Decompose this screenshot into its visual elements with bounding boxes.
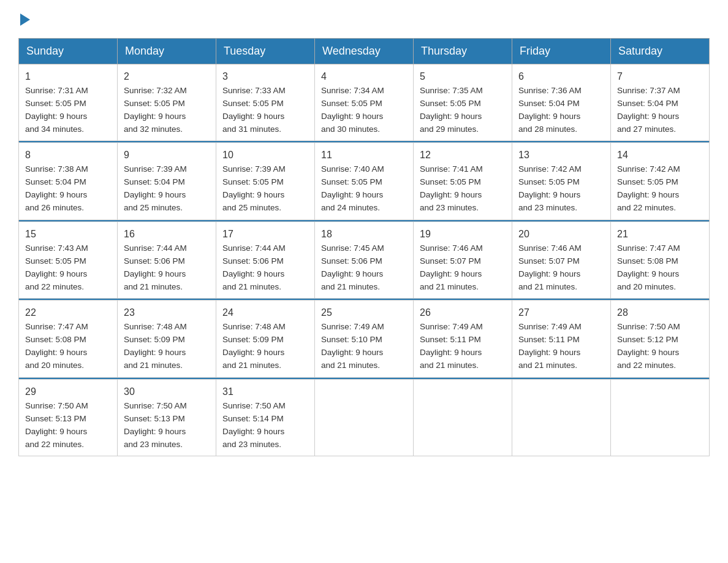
day-number: 29 <box>25 385 111 400</box>
daylight-minutes: and 25 minutes. <box>222 203 281 212</box>
sunset-label: Sunset: 5:05 PM <box>25 99 86 108</box>
sunrise-label: Sunrise: 7:49 AM <box>420 322 483 331</box>
calendar-cell: 12 Sunrise: 7:41 AM Sunset: 5:05 PM Dayl… <box>414 143 512 220</box>
day-number: 23 <box>124 305 210 321</box>
week-row: 22 Sunrise: 7:47 AM Sunset: 5:08 PM Dayl… <box>19 301 710 377</box>
sunset-label: Sunset: 5:07 PM <box>420 256 481 266</box>
day-header-monday: Monday <box>118 39 216 64</box>
daylight-label: Daylight: 9 hours <box>25 348 87 357</box>
daylight-label: Daylight: 9 hours <box>420 269 482 278</box>
calendar-table: SundayMondayTuesdayWednesdayThursdayFrid… <box>18 38 710 456</box>
daylight-label: Daylight: 9 hours <box>25 427 87 436</box>
sunrise-label: Sunrise: 7:48 AM <box>124 322 187 331</box>
calendar-cell: 24 Sunrise: 7:48 AM Sunset: 5:09 PM Dayl… <box>216 301 315 377</box>
sunrise-label: Sunrise: 7:42 AM <box>518 164 582 174</box>
sunset-label: Sunset: 5:04 PM <box>25 177 86 186</box>
daylight-label: Daylight: 9 hours <box>420 348 482 357</box>
page-header <box>18 12 710 26</box>
calendar-cell: 7 Sunrise: 7:37 AM Sunset: 5:04 PM Dayli… <box>611 64 710 141</box>
day-number: 28 <box>617 305 703 321</box>
sunrise-label: Sunrise: 7:50 AM <box>222 401 286 410</box>
daylight-label: Daylight: 9 hours <box>420 112 482 121</box>
daylight-minutes: and 21 minutes. <box>321 282 380 291</box>
day-number: 5 <box>420 69 506 85</box>
daylight-minutes: and 23 minutes. <box>420 203 479 212</box>
day-number: 19 <box>420 227 506 242</box>
sunrise-label: Sunrise: 7:44 AM <box>222 243 286 253</box>
sunset-label: Sunset: 5:13 PM <box>25 414 86 423</box>
day-number: 25 <box>321 305 407 321</box>
daylight-label: Daylight: 9 hours <box>321 269 383 278</box>
daylight-minutes: and 26 minutes. <box>25 203 84 212</box>
daylight-label: Daylight: 9 hours <box>222 348 284 357</box>
daylight-minutes: and 34 minutes. <box>25 124 84 134</box>
day-number: 26 <box>420 305 506 321</box>
daylight-minutes: and 20 minutes. <box>617 282 676 291</box>
day-number: 27 <box>518 305 604 321</box>
sunrise-label: Sunrise: 7:32 AM <box>124 86 187 95</box>
daylight-minutes: and 27 minutes. <box>617 124 676 134</box>
daylight-label: Daylight: 9 hours <box>222 269 284 278</box>
sunset-label: Sunset: 5:05 PM <box>124 99 185 108</box>
daylight-minutes: and 30 minutes. <box>321 124 380 134</box>
daylight-label: Daylight: 9 hours <box>321 112 383 121</box>
week-row: 29 Sunrise: 7:50 AM Sunset: 5:13 PM Dayl… <box>19 379 710 456</box>
daylight-minutes: and 22 minutes. <box>617 203 676 212</box>
calendar-cell: 3 Sunrise: 7:33 AM Sunset: 5:05 PM Dayli… <box>216 64 315 141</box>
sunrise-label: Sunrise: 7:38 AM <box>25 164 88 174</box>
day-header-wednesday: Wednesday <box>315 39 414 64</box>
week-row: 15 Sunrise: 7:43 AM Sunset: 5:05 PM Dayl… <box>19 221 710 298</box>
daylight-label: Daylight: 9 hours <box>518 269 580 278</box>
sunset-label: Sunset: 5:06 PM <box>124 256 185 266</box>
calendar-cell: 16 Sunrise: 7:44 AM Sunset: 5:06 PM Dayl… <box>118 221 216 298</box>
calendar-cell: 13 Sunrise: 7:42 AM Sunset: 5:05 PM Dayl… <box>512 143 611 220</box>
sunset-label: Sunset: 5:09 PM <box>124 335 185 344</box>
sunset-label: Sunset: 5:04 PM <box>617 99 678 108</box>
daylight-label: Daylight: 9 hours <box>617 112 679 121</box>
sunset-label: Sunset: 5:06 PM <box>321 256 382 266</box>
sunset-label: Sunset: 5:12 PM <box>617 335 678 344</box>
sunset-label: Sunset: 5:05 PM <box>222 177 284 186</box>
day-number: 15 <box>25 227 111 242</box>
daylight-minutes: and 21 minutes. <box>420 282 479 291</box>
calendar-cell: 29 Sunrise: 7:50 AM Sunset: 5:13 PM Dayl… <box>19 379 118 456</box>
sunset-label: Sunset: 5:07 PM <box>518 256 580 266</box>
day-number: 12 <box>420 148 506 163</box>
sunset-label: Sunset: 5:09 PM <box>222 335 284 344</box>
daylight-label: Daylight: 9 hours <box>25 112 87 121</box>
day-number: 13 <box>518 148 604 163</box>
sunrise-label: Sunrise: 7:49 AM <box>321 322 384 331</box>
day-number: 11 <box>321 148 407 163</box>
sunset-label: Sunset: 5:11 PM <box>518 335 580 344</box>
sunrise-label: Sunrise: 7:47 AM <box>617 243 680 253</box>
day-header-tuesday: Tuesday <box>216 39 315 64</box>
sunset-label: Sunset: 5:04 PM <box>518 99 580 108</box>
sunrise-label: Sunrise: 7:50 AM <box>124 401 187 410</box>
calendar-cell <box>315 379 414 456</box>
sunrise-label: Sunrise: 7:37 AM <box>617 86 680 95</box>
daylight-label: Daylight: 9 hours <box>25 190 87 199</box>
calendar-cell: 30 Sunrise: 7:50 AM Sunset: 5:13 PM Dayl… <box>118 379 216 456</box>
day-number: 10 <box>222 148 308 163</box>
daylight-label: Daylight: 9 hours <box>124 348 186 357</box>
daylight-minutes: and 23 minutes. <box>222 440 281 449</box>
sunrise-label: Sunrise: 7:40 AM <box>321 164 384 174</box>
calendar-cell: 6 Sunrise: 7:36 AM Sunset: 5:04 PM Dayli… <box>512 64 611 141</box>
sunset-label: Sunset: 5:05 PM <box>420 99 481 108</box>
calendar-cell: 31 Sunrise: 7:50 AM Sunset: 5:14 PM Dayl… <box>216 379 315 456</box>
sunset-label: Sunset: 5:05 PM <box>321 99 382 108</box>
day-number: 3 <box>222 69 308 85</box>
calendar-cell: 19 Sunrise: 7:46 AM Sunset: 5:07 PM Dayl… <box>414 221 512 298</box>
day-number: 14 <box>617 148 703 163</box>
sunrise-label: Sunrise: 7:46 AM <box>420 243 483 253</box>
daylight-label: Daylight: 9 hours <box>617 190 679 199</box>
calendar-cell: 15 Sunrise: 7:43 AM Sunset: 5:05 PM Dayl… <box>19 221 118 298</box>
daylight-label: Daylight: 9 hours <box>222 190 284 199</box>
sunrise-label: Sunrise: 7:41 AM <box>420 164 483 174</box>
daylight-minutes: and 22 minutes. <box>25 282 84 291</box>
day-number: 6 <box>518 69 604 85</box>
daylight-label: Daylight: 9 hours <box>420 190 482 199</box>
calendar-cell: 14 Sunrise: 7:42 AM Sunset: 5:05 PM Dayl… <box>611 143 710 220</box>
day-number: 24 <box>222 305 308 321</box>
daylight-minutes: and 21 minutes. <box>518 282 577 291</box>
